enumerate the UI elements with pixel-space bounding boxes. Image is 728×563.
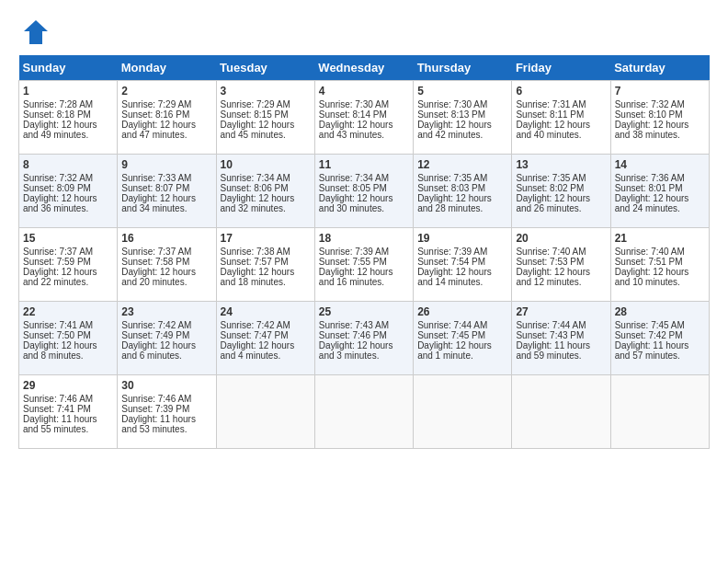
day-cell: 11Sunrise: 7:34 AMSunset: 8:05 PMDayligh… — [314, 155, 413, 228]
day-detail: and 14 minutes. — [417, 277, 507, 287]
day-cell: 28Sunrise: 7:45 AMSunset: 7:42 PMDayligh… — [610, 302, 709, 375]
day-detail: Daylight: 12 hours — [516, 193, 606, 203]
day-number: 9 — [121, 158, 211, 171]
day-detail: Sunset: 8:02 PM — [516, 183, 606, 193]
day-detail: Daylight: 11 hours — [615, 340, 705, 350]
calendar-table: SundayMondayTuesdayWednesdayThursdayFrid… — [18, 55, 710, 449]
day-detail: and 55 minutes. — [23, 424, 113, 434]
day-cell — [216, 375, 314, 449]
day-detail: Sunset: 8:16 PM — [121, 109, 211, 120]
day-detail: Sunset: 7:59 PM — [23, 257, 113, 267]
day-detail: and 1 minute. — [417, 350, 507, 361]
day-detail: Daylight: 12 hours — [417, 120, 507, 130]
day-detail: and 57 minutes. — [615, 350, 705, 361]
day-number: 2 — [121, 85, 211, 98]
weekday-header-sunday: Sunday — [19, 55, 118, 81]
day-detail: Sunset: 7:39 PM — [121, 404, 211, 414]
day-detail: and 6 minutes. — [121, 350, 211, 361]
day-detail: Daylight: 12 hours — [221, 193, 311, 203]
day-detail: Daylight: 12 hours — [615, 120, 705, 130]
day-detail: Sunset: 8:07 PM — [121, 183, 211, 193]
day-detail: Daylight: 12 hours — [221, 340, 311, 350]
day-detail: and 47 minutes. — [121, 130, 211, 140]
day-detail: Sunset: 7:55 PM — [319, 257, 409, 267]
day-detail: Sunrise: 7:30 AM — [319, 99, 409, 109]
day-detail: and 24 minutes. — [615, 203, 705, 213]
day-detail: Sunset: 8:14 PM — [319, 109, 409, 120]
day-detail: Sunrise: 7:46 AM — [23, 394, 113, 404]
day-detail: Sunset: 7:42 PM — [615, 330, 705, 340]
day-cell: 21Sunrise: 7:40 AMSunset: 7:51 PMDayligh… — [610, 228, 709, 302]
day-detail: Sunset: 7:49 PM — [121, 330, 211, 340]
day-cell — [610, 375, 709, 449]
day-number: 11 — [319, 158, 409, 171]
day-cell: 24Sunrise: 7:42 AMSunset: 7:47 PMDayligh… — [216, 302, 314, 375]
day-number: 1 — [23, 85, 113, 98]
day-detail: and 42 minutes. — [417, 130, 507, 140]
day-detail: Daylight: 12 hours — [23, 120, 113, 130]
day-number: 24 — [221, 305, 311, 318]
day-number: 10 — [221, 158, 311, 171]
day-number: 17 — [221, 232, 311, 245]
day-number: 21 — [615, 232, 705, 245]
day-cell: 16Sunrise: 7:37 AMSunset: 7:58 PMDayligh… — [118, 228, 216, 302]
day-cell: 23Sunrise: 7:42 AMSunset: 7:49 PMDayligh… — [118, 302, 216, 375]
day-detail: and 30 minutes. — [319, 203, 409, 213]
day-detail: Daylight: 12 hours — [23, 340, 113, 350]
day-cell — [414, 375, 512, 449]
day-detail: Sunset: 8:03 PM — [417, 183, 507, 193]
day-cell: 8Sunrise: 7:32 AMSunset: 8:09 PMDaylight… — [19, 155, 118, 228]
day-detail: Sunrise: 7:42 AM — [121, 320, 211, 330]
day-detail: Sunset: 8:06 PM — [221, 183, 311, 193]
day-detail: Sunrise: 7:28 AM — [23, 99, 113, 109]
day-number: 27 — [516, 305, 606, 318]
day-detail: Daylight: 12 hours — [615, 193, 705, 203]
day-number: 15 — [23, 232, 113, 245]
day-number: 6 — [516, 85, 606, 98]
day-detail: and 16 minutes. — [319, 277, 409, 287]
day-cell: 10Sunrise: 7:34 AMSunset: 8:06 PMDayligh… — [216, 155, 314, 228]
day-detail: and 4 minutes. — [221, 350, 311, 361]
day-number: 20 — [516, 232, 606, 245]
day-detail: Daylight: 12 hours — [319, 120, 409, 130]
day-detail: Sunset: 7:47 PM — [221, 330, 311, 340]
day-cell: 20Sunrise: 7:40 AMSunset: 7:53 PMDayligh… — [512, 228, 610, 302]
day-detail: and 40 minutes. — [516, 130, 606, 140]
day-detail: Sunrise: 7:33 AM — [121, 173, 211, 183]
page-header — [18, 18, 710, 46]
svg-marker-0 — [24, 20, 48, 44]
weekday-header-thursday: Thursday — [414, 55, 512, 81]
day-detail: Sunrise: 7:34 AM — [319, 173, 409, 183]
day-number: 28 — [615, 305, 705, 318]
day-detail: Sunrise: 7:39 AM — [319, 247, 409, 257]
day-detail: Sunset: 7:45 PM — [417, 330, 507, 340]
day-cell: 25Sunrise: 7:43 AMSunset: 7:46 PMDayligh… — [314, 302, 413, 375]
day-number: 13 — [516, 158, 606, 171]
day-detail: Daylight: 12 hours — [516, 267, 606, 277]
day-cell: 17Sunrise: 7:38 AMSunset: 7:57 PMDayligh… — [216, 228, 314, 302]
day-detail: Daylight: 12 hours — [121, 193, 211, 203]
day-detail: Sunrise: 7:42 AM — [221, 320, 311, 330]
day-detail: Daylight: 12 hours — [319, 267, 409, 277]
day-detail: and 26 minutes. — [516, 203, 606, 213]
day-cell: 5Sunrise: 7:30 AMSunset: 8:13 PMDaylight… — [414, 81, 512, 155]
day-detail: Sunrise: 7:37 AM — [23, 247, 113, 257]
day-cell: 13Sunrise: 7:35 AMSunset: 8:02 PMDayligh… — [512, 155, 610, 228]
day-number: 5 — [417, 85, 507, 98]
week-row-2: 8Sunrise: 7:32 AMSunset: 8:09 PMDaylight… — [19, 155, 710, 228]
day-detail: Sunrise: 7:37 AM — [121, 247, 211, 257]
day-detail: Sunset: 8:11 PM — [516, 109, 606, 120]
day-cell — [314, 375, 413, 449]
day-cell: 2Sunrise: 7:29 AMSunset: 8:16 PMDaylight… — [118, 81, 216, 155]
day-cell: 6Sunrise: 7:31 AMSunset: 8:11 PMDaylight… — [512, 81, 610, 155]
day-detail: Sunrise: 7:32 AM — [615, 99, 705, 109]
day-detail: Sunset: 7:43 PM — [516, 330, 606, 340]
day-cell: 14Sunrise: 7:36 AMSunset: 8:01 PMDayligh… — [610, 155, 709, 228]
day-detail: Daylight: 11 hours — [121, 414, 211, 424]
day-cell: 18Sunrise: 7:39 AMSunset: 7:55 PMDayligh… — [314, 228, 413, 302]
weekday-header-friday: Friday — [512, 55, 610, 81]
day-cell: 1Sunrise: 7:28 AMSunset: 8:18 PMDaylight… — [19, 81, 118, 155]
day-detail: Sunrise: 7:46 AM — [121, 394, 211, 404]
day-detail: Sunset: 8:15 PM — [221, 109, 311, 120]
day-detail: Sunset: 7:58 PM — [121, 257, 211, 267]
